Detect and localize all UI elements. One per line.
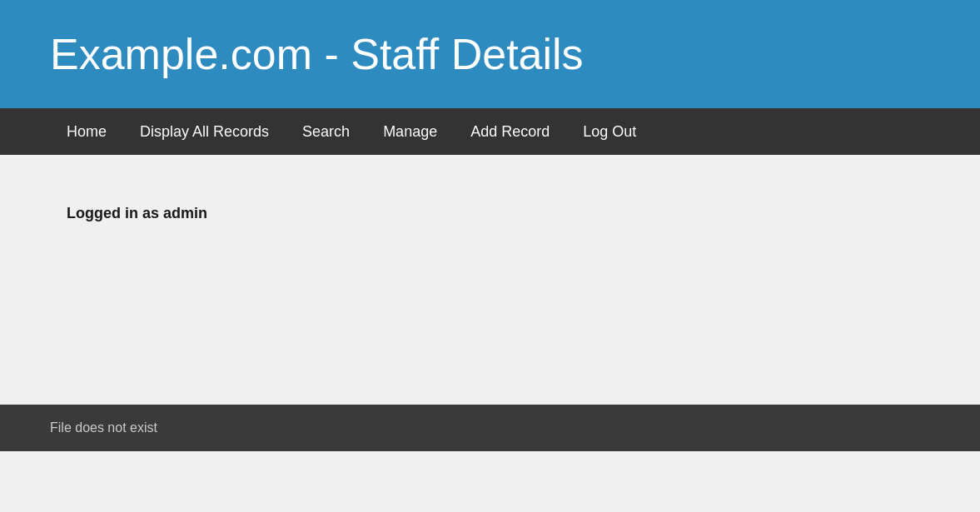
nav-log-out[interactable]: Log Out	[566, 110, 653, 154]
nav-add-record[interactable]: Add Record	[454, 110, 566, 154]
nav-search[interactable]: Search	[286, 110, 366, 154]
footer-text: File does not exist	[50, 420, 157, 435]
site-header: Example.com - Staff Details	[0, 0, 980, 108]
nav-manage[interactable]: Manage	[366, 110, 454, 154]
nav-display-all-records[interactable]: Display All Records	[123, 110, 286, 154]
main-content: Logged in as admin	[0, 155, 980, 405]
nav-home[interactable]: Home	[50, 110, 123, 154]
site-title: Example.com - Staff Details	[50, 29, 584, 79]
site-footer: File does not exist	[0, 405, 980, 451]
logged-in-message: Logged in as admin	[67, 205, 913, 222]
main-navbar: Home Display All Records Search Manage A…	[0, 108, 980, 155]
